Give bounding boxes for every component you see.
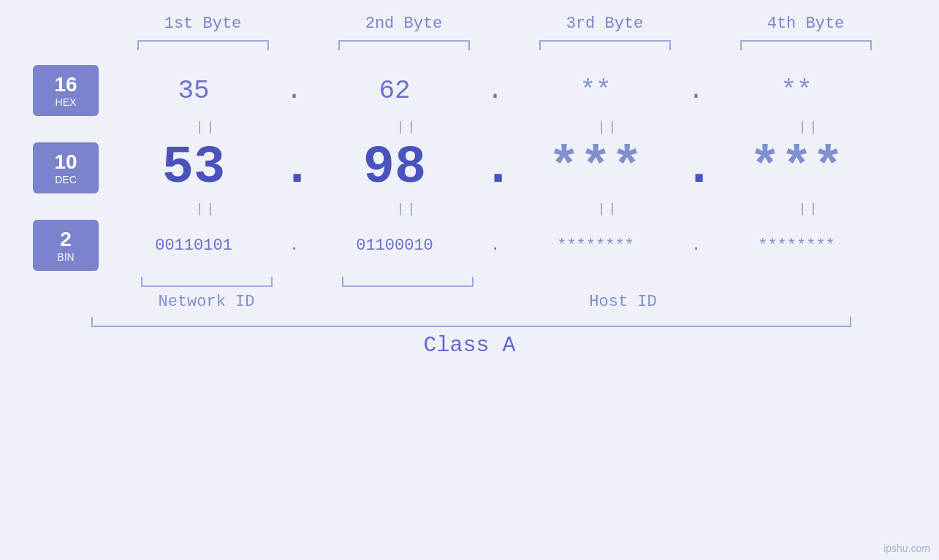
eq-dec-bin: || || || || <box>106 198 939 220</box>
bottom-brackets <box>106 277 939 287</box>
dec-byte-1: 53 <box>106 138 281 198</box>
hex-sep-1: . <box>281 76 307 106</box>
bin-byte-3: ******** <box>508 237 683 255</box>
bin-row: 2 BIN 00110101 . 01100010 . ******** . *… <box>0 220 939 271</box>
bin-sep-1: . <box>281 237 307 255</box>
eq-4: || <box>709 120 910 134</box>
bin-byte-1: 00110101 <box>106 237 281 255</box>
hex-values: 35 . 62 . ** . ** <box>106 76 939 106</box>
dec-row: 10 DEC 53 . 98 . *** . *** <box>0 138 939 198</box>
eq-7: || <box>508 202 709 216</box>
dec-label: 10 DEC <box>33 142 99 193</box>
dec-byte-4: *** <box>709 138 884 198</box>
bin-label: 2 BIN <box>33 220 99 271</box>
hex-label: 16 HEX <box>33 65 99 116</box>
main-container: 1st Byte 2nd Byte 3rd Byte 4th Byte 16 H… <box>0 0 939 560</box>
dec-sep-3: . <box>683 138 709 198</box>
top-brackets <box>102 40 939 50</box>
eq-1: || <box>106 120 307 134</box>
dec-sep-1: . <box>281 138 307 198</box>
id-labels: Network ID Host ID <box>106 293 939 311</box>
eq-5: || <box>106 202 307 216</box>
eq-3: || <box>508 120 709 134</box>
network-id-label: Network ID <box>106 293 307 311</box>
class-row: Class A <box>0 317 939 358</box>
dec-values: 53 . 98 . *** . *** <box>106 138 939 198</box>
host-id-label: Host ID <box>307 293 939 311</box>
bin-base-name: BIN <box>57 251 74 263</box>
class-bracket <box>91 317 851 327</box>
eq-2: || <box>307 120 508 134</box>
bin-byte-2: 01100010 <box>307 237 482 255</box>
byte-header-3: 3rd Byte <box>504 15 705 33</box>
dec-sep-2: . <box>482 138 508 198</box>
class-label: Class A <box>423 333 515 358</box>
byte-header-4: 4th Byte <box>705 15 906 33</box>
hex-byte-2: 62 <box>307 76 482 106</box>
bin-byte-4: ******** <box>709 237 884 255</box>
hex-sep-3: . <box>683 76 709 106</box>
byte-headers: 1st Byte 2nd Byte 3rd Byte 4th Byte <box>102 15 939 33</box>
bin-base-num: 2 <box>60 228 72 251</box>
eq-hex-dec: || || || || <box>106 116 939 138</box>
hex-base-name: HEX <box>56 96 77 108</box>
byte-header-2: 2nd Byte <box>303 15 504 33</box>
byte-header-1: 1st Byte <box>102 15 303 33</box>
eq-6: || <box>307 202 508 216</box>
hex-base-num: 16 <box>54 73 77 96</box>
eq-8: || <box>709 202 910 216</box>
watermark: ipshu.com <box>883 542 930 554</box>
hex-byte-4: ** <box>709 76 884 106</box>
bin-values: 00110101 . 01100010 . ******** . *******… <box>106 237 939 255</box>
hex-byte-3: ** <box>508 76 683 106</box>
dec-byte-3: *** <box>508 138 683 198</box>
dec-base-num: 10 <box>54 150 77 174</box>
hex-byte-1: 35 <box>106 76 281 106</box>
dec-byte-2: 98 <box>307 138 482 198</box>
bin-sep-3: . <box>683 237 709 255</box>
dec-base-name: DEC <box>55 174 77 185</box>
bin-sep-2: . <box>482 237 508 255</box>
hex-row: 16 HEX 35 . 62 . ** . ** <box>0 65 939 116</box>
hex-sep-2: . <box>482 76 508 106</box>
